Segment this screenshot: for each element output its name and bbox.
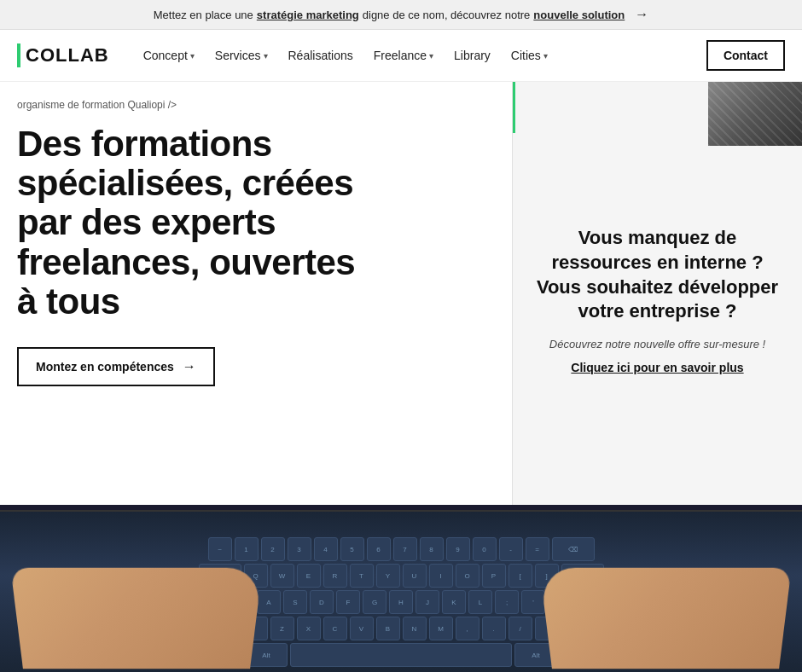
hand-right (539, 568, 791, 669)
key-5: 5 (340, 537, 364, 561)
key-8: 8 (420, 537, 444, 561)
hero-title-line2: spécialisées, créées (17, 163, 353, 203)
nav-realisations-label: Réalisations (288, 49, 353, 62)
key-7: 7 (393, 537, 417, 561)
screen: Mettez en place une stratégie marketing … (0, 0, 802, 505)
key-backspace: ⌫ (552, 537, 595, 561)
hand-left (10, 568, 262, 669)
screen-bezel (0, 505, 802, 512)
announcement-text-before: Mettez en place une (154, 9, 253, 21)
hero-title-line1: Des formations (17, 124, 272, 164)
nav-library-label: Library (454, 49, 491, 62)
nav-concept-label: Concept (143, 49, 188, 62)
hero-title: Des formations spécialisées, créées par … (17, 125, 495, 322)
left-panel: organisme de formation Qualiopi /> Des f… (0, 82, 512, 505)
hands-overlay (0, 561, 802, 672)
main-content: organisme de formation Qualiopi /> Des f… (0, 82, 802, 505)
nav-services-label: Services (215, 49, 261, 62)
sidebar-card-image (708, 82, 802, 146)
key-backtick: ~ (208, 537, 232, 561)
announcement-bar: Mettez en place une stratégie marketing … (0, 0, 802, 30)
chevron-down-icon: ▾ (190, 51, 195, 61)
nav-item-realisations[interactable]: Réalisations (280, 43, 362, 67)
key-9: 9 (446, 537, 470, 561)
key-6: 6 (367, 537, 391, 561)
key-minus: - (499, 537, 523, 561)
contact-button[interactable]: Contact (706, 40, 785, 71)
laptop-container: Mettez en place une stratégie marketing … (0, 0, 802, 672)
cta-label: Montez en compétences (36, 360, 174, 374)
navbar: COLLAB Concept ▾ Services ▾ Réalisations… (0, 30, 802, 82)
cta-arrow-icon: → (183, 359, 196, 374)
nav-item-freelance[interactable]: Freelance ▾ (365, 43, 442, 67)
nav-item-cities[interactable]: Cities ▾ (503, 43, 556, 67)
nav-freelance-label: Freelance (374, 49, 427, 62)
hero-title-line3: par des experts (17, 202, 276, 242)
keyboard-area: ~ 1 2 3 4 5 6 7 8 9 0 - = ⌫ Tab (0, 512, 802, 672)
nav-cities-label: Cities (511, 49, 541, 62)
logo-green-accent (17, 43, 20, 67)
cta-button[interactable]: Montez en compétences → (17, 347, 215, 386)
chevron-down-icon: ▾ (429, 51, 433, 61)
key-2: 2 (261, 537, 285, 561)
key-0: 0 (473, 537, 497, 561)
announcement-highlight1: stratégie marketing (257, 9, 359, 21)
nav-item-concept[interactable]: Concept ▾ (135, 43, 203, 67)
key-4: 4 (314, 537, 338, 561)
sidebar-card: Vous manquez de ressources en interne ? … (512, 82, 802, 505)
announcement-arrow: → (635, 7, 648, 22)
logo-text: COLLAB (26, 44, 109, 67)
announcement-highlight2: nouvelle solution (533, 9, 625, 21)
laptop-body: ~ 1 2 3 4 5 6 7 8 9 0 - = ⌫ Tab (0, 512, 802, 672)
nav-item-library[interactable]: Library (445, 43, 499, 67)
breadcrumb: organisme de formation Qualiopi /> (17, 99, 495, 111)
logo[interactable]: COLLAB (17, 43, 109, 67)
sidebar-card-link[interactable]: Cliquez ici pour en savoir plus (534, 361, 781, 374)
chevron-down-icon: ▾ (543, 51, 548, 61)
hero-title-line5: à tous (17, 281, 120, 322)
announcement-text-middle: digne de ce nom, découvrez notre (363, 9, 531, 21)
hero-title-line4: freelances, ouvertes (17, 242, 355, 282)
sidebar-card-subtitle: Découvrez notre nouvelle offre sur-mesur… (534, 338, 781, 350)
key-3: 3 (288, 537, 311, 561)
keyboard-row-1: ~ 1 2 3 4 5 6 7 8 9 0 - = ⌫ (38, 537, 764, 561)
chevron-down-icon: ▾ (264, 51, 268, 61)
key-plus: = (526, 537, 549, 561)
sidebar-card-title: Vous manquez de ressources en interne ? … (534, 226, 781, 323)
key-1: 1 (235, 537, 259, 561)
nav-links: Concept ▾ Services ▾ Réalisations Freela… (135, 40, 785, 71)
nav-item-services[interactable]: Services ▾ (206, 43, 276, 67)
